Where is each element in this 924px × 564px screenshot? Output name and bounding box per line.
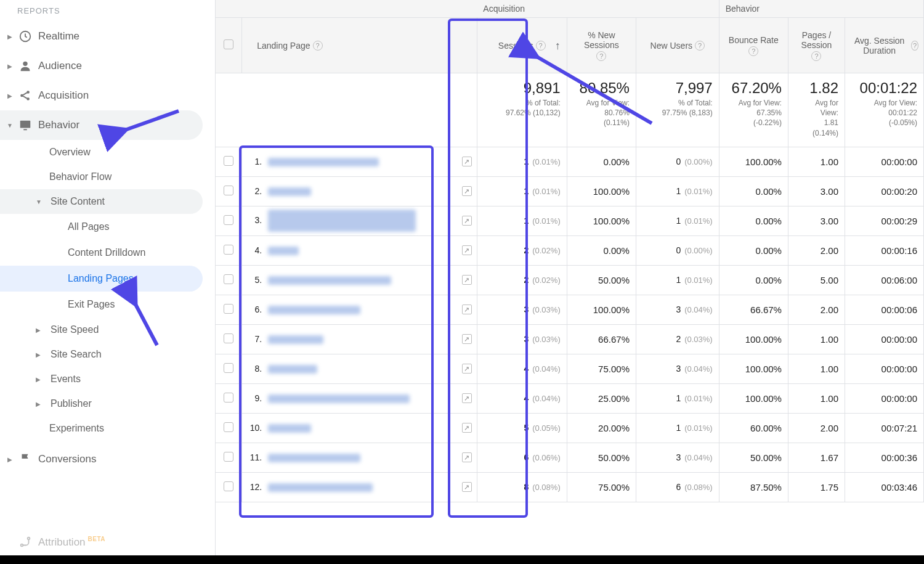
row-checkbox[interactable] [216, 295, 242, 324]
select-all-checkbox[interactable] [216, 18, 242, 73]
help-icon[interactable]: ? [695, 41, 705, 51]
svg-point-8 [28, 537, 30, 540]
help-icon[interactable]: ? [536, 41, 546, 51]
report-table-area: Acquisition Behavior Landing Page ? Se [216, 0, 924, 564]
open-external-icon[interactable] [462, 423, 472, 433]
row-checkbox[interactable] [216, 265, 242, 295]
sidebar-item-site-content[interactable]: ▼ Site Content [0, 189, 203, 214]
sidebar-item-overview[interactable]: Overview [0, 140, 215, 165]
cell-new-users: 3(0.04%) [636, 295, 719, 324]
landing-page-cell[interactable]: 6. [242, 295, 477, 324]
landing-page-link-redacted[interactable] [268, 306, 360, 314]
sidebar-item-site-search[interactable]: ▶ Site Search [0, 342, 215, 367]
landing-page-link-redacted[interactable] [268, 210, 416, 232]
table-row: 4.2(0.02%)0.00%0(0.00%)0.00%2.0000:00:16 [216, 235, 924, 265]
person-icon [16, 59, 34, 73]
caret-right-icon: ▶ [4, 92, 16, 99]
help-icon[interactable]: ? [811, 51, 821, 61]
row-index: 4. [248, 245, 262, 255]
help-icon[interactable]: ? [313, 41, 323, 51]
column-header-sessions[interactable]: Sessions? ↑ [477, 18, 567, 73]
cell-bounce-rate: 0.00% [719, 265, 788, 295]
cell-bounce-rate: 0.00% [719, 176, 788, 206]
landing-page-cell[interactable]: 3. [242, 206, 477, 235]
column-header-pages-per-session[interactable]: Pages / Session ? [788, 18, 845, 73]
sidebar-item-events[interactable]: ▶ Events [0, 367, 215, 391]
column-header-new-users[interactable]: New Users? [636, 18, 719, 73]
landing-page-cell[interactable]: 1. [242, 147, 477, 176]
open-external-icon[interactable] [462, 304, 472, 314]
column-header-avg-session-duration[interactable]: Avg. Session Duration? [845, 18, 924, 73]
landing-page-link-redacted[interactable] [268, 454, 360, 462]
landing-page-link-redacted[interactable] [268, 158, 379, 166]
open-external-icon[interactable] [462, 482, 472, 492]
column-header-bounce-rate[interactable]: Bounce Rate ? [719, 18, 788, 73]
open-external-icon[interactable] [462, 334, 472, 344]
sidebar-item-landing-pages[interactable]: Landing Pages [0, 266, 203, 292]
table-row: 7.3(0.03%)66.67%2(0.03%)100.00%1.0000:00… [216, 324, 924, 354]
landing-page-cell[interactable]: 12. [242, 472, 477, 502]
landing-page-cell[interactable]: 10. [242, 413, 477, 443]
sidebar-item-attribution[interactable]: AttributionBETA [0, 527, 215, 557]
open-external-icon[interactable] [462, 275, 472, 285]
landing-page-link-redacted[interactable] [268, 365, 317, 374]
table-row: 12.8(0.08%)75.00%6(0.08%)87.50%1.7500:03… [216, 472, 924, 502]
summary-pct-new-sessions: 80.85% Avg for View: 80.76% (0.11%) [567, 73, 636, 147]
sidebar-item-content-drilldown[interactable]: Content Drilldown [0, 240, 215, 266]
sidebar-item-conversions[interactable]: ▶ Conversions [0, 444, 215, 474]
open-external-icon[interactable] [462, 393, 472, 403]
row-checkbox[interactable] [216, 383, 242, 413]
svg-rect-5 [20, 121, 31, 128]
sidebar-item-realtime[interactable]: ▶ Realtime [0, 22, 215, 51]
sidebar-item-all-pages[interactable]: All Pages [0, 214, 215, 240]
landing-page-cell[interactable]: 5. [242, 265, 477, 295]
landing-page-link-redacted[interactable] [268, 335, 323, 344]
sidebar-item-exit-pages[interactable]: Exit Pages [0, 292, 215, 317]
row-checkbox[interactable] [216, 147, 242, 176]
open-external-icon[interactable] [462, 186, 472, 196]
row-checkbox[interactable] [216, 235, 242, 265]
landing-page-link-redacted[interactable] [268, 394, 410, 403]
row-checkbox[interactable] [216, 443, 242, 472]
cell-bounce-rate: 60.00% [719, 413, 788, 443]
row-checkbox[interactable] [216, 413, 242, 443]
open-external-icon[interactable] [462, 452, 472, 462]
row-checkbox[interactable] [216, 354, 242, 383]
landing-page-cell[interactable]: 4. [242, 235, 477, 265]
column-header-landing-page[interactable]: Landing Page ? [242, 18, 477, 73]
sidebar-item-behavior[interactable]: ▼ Behavior [0, 110, 203, 140]
caret-right-icon: ▶ [4, 63, 16, 70]
row-checkbox[interactable] [216, 472, 242, 502]
landing-page-link-redacted[interactable] [268, 187, 311, 196]
landing-page-link-redacted[interactable] [268, 483, 373, 492]
landing-page-link-redacted[interactable] [268, 424, 311, 433]
landing-page-link-redacted[interactable] [268, 247, 299, 255]
open-external-icon[interactable] [462, 364, 472, 374]
sidebar-item-audience[interactable]: ▶ Audience [0, 51, 215, 81]
landing-page-cell[interactable]: 7. [242, 324, 477, 354]
row-checkbox[interactable] [216, 324, 242, 354]
landing-page-cell[interactable]: 9. [242, 383, 477, 413]
row-checkbox[interactable] [216, 206, 242, 235]
column-header-pct-new-sessions[interactable]: % New Sessions ? [567, 18, 636, 73]
sidebar-label: Site Search [51, 349, 102, 360]
cell-sessions: 4(0.04%) [477, 354, 567, 383]
sidebar-label: AttributionBETA [38, 536, 105, 549]
row-index: 3. [248, 215, 262, 225]
help-icon[interactable]: ? [911, 41, 918, 51]
open-external-icon[interactable] [462, 157, 472, 166]
help-icon[interactable]: ? [748, 46, 758, 56]
landing-page-cell[interactable]: 2. [242, 176, 477, 206]
sidebar-item-experiments[interactable]: Experiments [0, 416, 215, 441]
open-external-icon[interactable] [462, 245, 472, 255]
landing-page-cell[interactable]: 8. [242, 354, 477, 383]
sidebar-item-publisher[interactable]: ▶ Publisher [0, 391, 215, 416]
help-icon[interactable]: ? [596, 51, 606, 61]
landing-page-link-redacted[interactable] [268, 276, 391, 285]
sidebar-item-site-speed[interactable]: ▶ Site Speed [0, 317, 215, 342]
row-checkbox[interactable] [216, 176, 242, 206]
open-external-icon[interactable] [462, 216, 472, 226]
sidebar-item-behavior-flow[interactable]: Behavior Flow [0, 165, 215, 189]
landing-page-cell[interactable]: 11. [242, 443, 477, 472]
sidebar-item-acquisition[interactable]: ▶ Acquisition [0, 81, 215, 110]
